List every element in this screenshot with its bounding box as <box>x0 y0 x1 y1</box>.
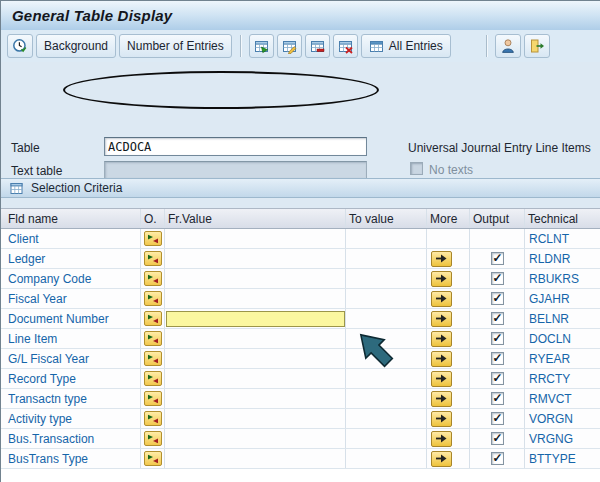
selection-option-icon <box>147 294 159 304</box>
multiple-selection-button[interactable] <box>431 251 452 267</box>
to-value-cell[interactable] <box>346 229 427 248</box>
multiple-selection-button[interactable] <box>431 391 452 407</box>
selection-option-button[interactable] <box>144 371 162 386</box>
from-value-cell[interactable] <box>165 389 346 408</box>
to-value-cell[interactable] <box>346 349 427 368</box>
to-value-cell[interactable] <box>346 389 427 408</box>
selection-option-icon <box>147 454 159 464</box>
number-of-entries-button[interactable]: Number of Entries <box>119 34 232 58</box>
from-value-input[interactable] <box>166 311 345 327</box>
output-cell <box>470 389 525 408</box>
output-checkbox[interactable] <box>491 332 504 345</box>
selection-option-button[interactable] <box>144 271 162 286</box>
selection-option-button[interactable] <box>144 351 162 366</box>
more-cell <box>427 329 470 348</box>
output-checkbox[interactable] <box>491 452 504 465</box>
field-name-text: Ledger <box>8 252 45 266</box>
table-row: Company Code <box>1 269 600 289</box>
no-texts-checkbox[interactable] <box>410 162 423 175</box>
from-value-cell[interactable] <box>165 329 346 348</box>
field-name-text: Record Type <box>8 372 76 386</box>
user-settings-button[interactable] <box>495 34 521 58</box>
option-cell <box>141 309 165 328</box>
to-value-cell[interactable] <box>346 269 427 288</box>
more-arrow-icon <box>435 273 448 284</box>
selection-option-icon <box>147 314 159 324</box>
field-name-text: Client <box>8 232 39 246</box>
field-name-cell: Transactn type <box>1 389 141 408</box>
multiple-selection-button[interactable] <box>431 331 452 347</box>
output-checkbox[interactable] <box>491 372 504 385</box>
output-checkbox[interactable] <box>491 272 504 285</box>
to-value-cell[interactable] <box>346 429 427 448</box>
toolbar-separator <box>486 35 487 57</box>
output-checkbox[interactable] <box>491 432 504 445</box>
delete-entry-button[interactable] <box>305 34 330 58</box>
more-arrow-icon <box>435 453 448 464</box>
selection-option-button[interactable] <box>144 311 162 326</box>
table-delete-icon <box>310 39 325 54</box>
option-cell <box>141 329 165 348</box>
multiple-selection-button[interactable] <box>431 411 452 427</box>
from-value-cell[interactable] <box>165 369 346 388</box>
selection-option-button[interactable] <box>144 251 162 266</box>
exit-button[interactable] <box>524 34 550 58</box>
multiple-selection-button[interactable] <box>431 351 452 367</box>
table-input[interactable] <box>104 137 367 156</box>
multiple-selection-button[interactable] <box>431 291 452 307</box>
from-value-cell[interactable] <box>165 429 346 448</box>
from-value-cell[interactable] <box>165 449 346 468</box>
to-value-cell[interactable] <box>346 249 427 268</box>
from-value-cell[interactable] <box>165 409 346 428</box>
from-value-cell[interactable] <box>165 269 346 288</box>
to-value-cell[interactable] <box>346 329 427 348</box>
output-checkbox[interactable] <box>491 392 504 405</box>
to-value-cell[interactable] <box>346 369 427 388</box>
selection-option-icon <box>147 434 159 444</box>
selection-option-button[interactable] <box>144 411 162 426</box>
table-deselect-icon <box>338 39 353 54</box>
selection-option-button[interactable] <box>144 231 162 246</box>
text-table-readonly-field <box>104 161 367 179</box>
multiple-selection-button[interactable] <box>431 371 452 387</box>
from-value-cell[interactable] <box>165 249 346 268</box>
page-title: General Table Display <box>12 7 172 24</box>
multiple-selection-button[interactable] <box>431 311 452 327</box>
select-entries-button[interactable] <box>249 34 274 58</box>
to-value-cell[interactable] <box>346 309 427 328</box>
more-cell <box>427 289 470 308</box>
selection-option-button[interactable] <box>144 391 162 406</box>
header-option: O. <box>141 209 165 228</box>
more-cell <box>427 409 470 428</box>
technical-name-text: RRCTY <box>529 372 570 386</box>
multiple-selection-button[interactable] <box>431 431 452 447</box>
output-checkbox[interactable] <box>491 252 504 265</box>
to-value-cell[interactable] <box>346 449 427 468</box>
output-checkbox[interactable] <box>491 292 504 305</box>
output-cell <box>470 289 525 308</box>
all-entries-button[interactable]: All Entries <box>361 34 451 58</box>
from-value-cell[interactable] <box>165 309 346 328</box>
from-value-cell[interactable] <box>165 229 346 248</box>
output-checkbox[interactable] <box>491 312 504 325</box>
edit-entries-button[interactable] <box>277 34 302 58</box>
table-row: Line Item <box>1 329 600 349</box>
selection-option-icon <box>147 394 159 404</box>
field-name-cell: Company Code <box>1 269 141 288</box>
selection-option-button[interactable] <box>144 431 162 446</box>
output-checkbox[interactable] <box>491 412 504 425</box>
selection-option-button[interactable] <box>144 291 162 306</box>
multiple-selection-button[interactable] <box>431 271 452 287</box>
output-checkbox[interactable] <box>491 352 504 365</box>
multiple-selection-button[interactable] <box>431 451 452 467</box>
selection-option-button[interactable] <box>144 331 162 346</box>
execute-in-background-button[interactable] <box>7 34 33 58</box>
from-value-cell[interactable] <box>165 289 346 308</box>
to-value-cell[interactable] <box>346 289 427 308</box>
from-value-cell[interactable] <box>165 349 346 368</box>
selection-option-button[interactable] <box>144 451 162 466</box>
to-value-cell[interactable] <box>346 409 427 428</box>
option-cell <box>141 409 165 428</box>
background-button[interactable]: Background <box>36 34 116 58</box>
deselect-entries-button[interactable] <box>333 34 358 58</box>
